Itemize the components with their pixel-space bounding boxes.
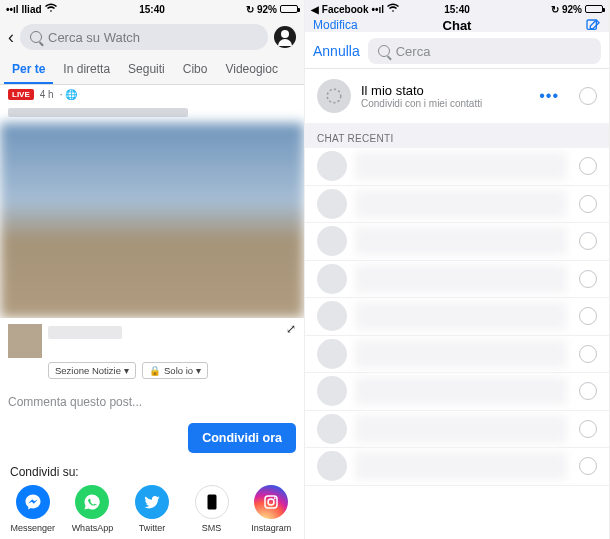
- search-placeholder: Cerca su Watch: [48, 30, 140, 45]
- select-radio[interactable]: [579, 232, 597, 250]
- my-status-subtitle: Condividi con i miei contatti: [361, 98, 482, 109]
- chat-row[interactable]: [305, 186, 609, 224]
- chat-row[interactable]: [305, 411, 609, 449]
- share-app-whatsapp[interactable]: WhatsApp: [70, 485, 116, 533]
- my-status-row[interactable]: Il mio stato Condividi con i miei contat…: [305, 69, 609, 123]
- battery-percent: 92%: [562, 4, 582, 15]
- status-bar: ◀ Facebook ••ıl 15:40 ↻ 92%: [305, 0, 609, 18]
- share-thumbnail: [8, 324, 42, 358]
- whatsapp-icon: [75, 485, 109, 519]
- cancel-button[interactable]: Annulla: [313, 43, 360, 59]
- select-radio[interactable]: [579, 420, 597, 438]
- status-bar: ••ıl Iliad 15:40 ↻ 92%: [0, 0, 304, 18]
- recent-chats-header: CHAT RECENTI: [305, 123, 609, 148]
- chat-preview-blurred: [355, 302, 567, 330]
- chat-preview-blurred: [355, 227, 567, 255]
- chat-row[interactable]: [305, 336, 609, 374]
- chat-row[interactable]: [305, 448, 609, 486]
- watch-tabs: Per te In diretta Seguiti Cibo Videogioc: [0, 56, 304, 85]
- twitter-icon: [135, 485, 169, 519]
- chat-preview-blurred: [355, 377, 567, 405]
- tab-videogiochi[interactable]: Videogioc: [217, 56, 286, 84]
- battery-icon: [280, 5, 298, 13]
- avatar: [317, 151, 347, 181]
- select-radio[interactable]: [579, 345, 597, 363]
- recent-chats-list: [305, 148, 609, 539]
- messenger-icon: [16, 485, 50, 519]
- select-radio[interactable]: [579, 307, 597, 325]
- select-radio[interactable]: [579, 195, 597, 213]
- search-placeholder: Cerca: [396, 44, 431, 59]
- share-app-messenger[interactable]: Messenger: [10, 485, 56, 533]
- signal-icon: ••ıl: [6, 4, 19, 15]
- instagram-icon: [254, 485, 288, 519]
- chat-row[interactable]: [305, 148, 609, 186]
- modal-header: Annulla Cerca: [305, 32, 609, 69]
- share-on-section: Condividi su: Messenger WhatsApp Twitter…: [0, 461, 304, 539]
- share-now-button[interactable]: Condividi ora: [188, 423, 296, 453]
- avatar: [317, 414, 347, 444]
- signal-icon: ••ıl: [371, 4, 384, 15]
- select-radio[interactable]: [579, 270, 597, 288]
- svg-rect-0: [207, 495, 216, 510]
- globe-icon: · 🌐: [60, 89, 78, 100]
- chat-preview-blurred: [355, 190, 567, 218]
- sync-icon: ↻: [246, 4, 254, 15]
- chevron-down-icon: ▾: [196, 365, 201, 376]
- avatar: [317, 264, 347, 294]
- my-status-title: Il mio stato: [361, 83, 482, 98]
- avatar: [317, 376, 347, 406]
- chat-preview-blurred: [355, 152, 567, 180]
- video-preview[interactable]: [0, 123, 304, 318]
- share-on-label: Condividi su:: [10, 465, 294, 479]
- expand-icon[interactable]: ⤢: [286, 322, 296, 336]
- avatar: [317, 301, 347, 331]
- select-radio[interactable]: [579, 87, 597, 105]
- svg-point-3: [274, 497, 276, 499]
- underlying-header-peek: Modifica Chat: [305, 18, 609, 32]
- profile-button[interactable]: [274, 26, 296, 48]
- share-app-sms[interactable]: SMS: [189, 485, 235, 533]
- chat-row[interactable]: [305, 373, 609, 411]
- tab-cibo[interactable]: Cibo: [175, 56, 216, 84]
- comment-input[interactable]: Commenta questo post...: [0, 385, 304, 419]
- chat-preview-blurred: [355, 452, 567, 480]
- chat-row[interactable]: [305, 261, 609, 299]
- chat-row[interactable]: [305, 298, 609, 336]
- status-time: 15:40: [444, 4, 470, 15]
- select-radio[interactable]: [579, 457, 597, 475]
- avatar: [317, 451, 347, 481]
- avatar: [317, 189, 347, 219]
- select-radio[interactable]: [579, 382, 597, 400]
- search-input[interactable]: Cerca su Watch: [20, 24, 268, 50]
- back-to-app[interactable]: ◀ Facebook: [311, 4, 368, 15]
- audience-section-pill[interactable]: Sezione Notizie ▾: [48, 362, 136, 379]
- chat-row[interactable]: [305, 223, 609, 261]
- tab-in-diretta[interactable]: In diretta: [55, 56, 118, 84]
- chat-preview-blurred: [355, 265, 567, 293]
- post-meta: LIVE 4 h · 🌐: [0, 85, 304, 104]
- privacy-pill[interactable]: 🔒 Solo io ▾: [142, 362, 208, 379]
- post-time: 4 h: [40, 89, 54, 100]
- search-icon: [30, 31, 42, 43]
- tab-per-te[interactable]: Per te: [4, 56, 53, 84]
- chat-preview-blurred: [355, 340, 567, 368]
- chevron-down-icon: ▾: [124, 365, 129, 376]
- feed: LIVE 4 h · 🌐 ⤢ Sezione Notizie ▾ 🔒 Solo …: [0, 85, 304, 539]
- profile-name-placeholder: [48, 326, 122, 339]
- chat-preview-blurred: [355, 415, 567, 443]
- share-app-twitter[interactable]: Twitter: [129, 485, 175, 533]
- battery-percent: 92%: [257, 4, 277, 15]
- phone-left-facebook: ••ıl Iliad 15:40 ↻ 92% ‹ Cerca su Watch …: [0, 0, 305, 539]
- underlying-edit: Modifica: [313, 18, 358, 32]
- back-button[interactable]: ‹: [8, 27, 14, 48]
- battery-icon: [585, 5, 603, 13]
- search-input[interactable]: Cerca: [368, 38, 601, 64]
- svg-point-2: [268, 499, 274, 505]
- search-icon: [378, 45, 390, 57]
- more-icon[interactable]: •••: [539, 87, 559, 105]
- carrier-label: Iliad: [22, 4, 42, 15]
- share-app-instagram[interactable]: Instagram: [248, 485, 294, 533]
- select-radio[interactable]: [579, 157, 597, 175]
- tab-seguiti[interactable]: Seguiti: [120, 56, 173, 84]
